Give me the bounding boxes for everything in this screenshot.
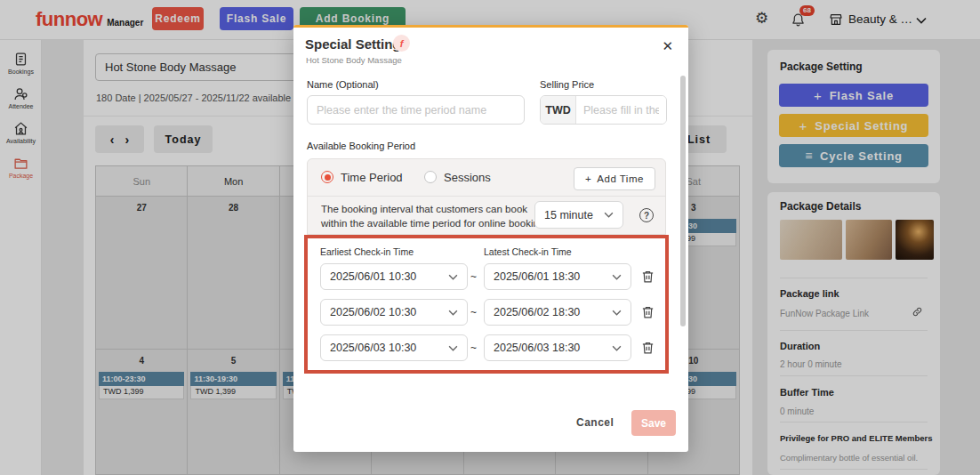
latest-time-dropdown[interactable]: 2025/06/02 18:30 (484, 299, 631, 326)
name-input[interactable] (307, 95, 525, 125)
modal-accent-bar (293, 25, 688, 28)
plus-icon: + (585, 173, 591, 184)
name-label: Name (Optional) (307, 79, 379, 90)
time-period-radio-label[interactable]: Time Period (341, 171, 403, 184)
annotation-highlight-box: Earliest Check-in Time Latest Check-in T… (304, 235, 669, 374)
sessions-radio[interactable] (424, 171, 437, 183)
selling-price-field: TWD (540, 95, 667, 125)
earliest-time-value: 2025/06/03 10:30 (330, 342, 416, 354)
interval-dropdown[interactable]: 15 minute (534, 201, 623, 229)
funnow-badge-icon: f (393, 35, 410, 52)
delete-row-icon[interactable] (640, 340, 655, 355)
checkin-time-row: 2025/06/03 10:30 ~ 2025/06/03 18:30 (320, 334, 665, 361)
currency-prefix: TWD (541, 96, 576, 124)
checkin-time-row: 2025/06/01 10:30 ~ 2025/06/01 18:30 (320, 263, 665, 290)
latest-time-value: 2025/06/02 18:30 (494, 306, 580, 318)
tilde-separator: ~ (470, 270, 477, 283)
earliest-time-dropdown[interactable]: 2025/06/02 10:30 (320, 299, 468, 326)
delete-row-icon[interactable] (640, 269, 655, 284)
chevron-down-icon (448, 274, 458, 280)
divider (308, 196, 665, 197)
latest-time-value: 2025/06/01 18:30 (494, 270, 580, 283)
latest-time-dropdown[interactable]: 2025/06/01 18:30 (484, 263, 631, 290)
close-icon[interactable]: ✕ (662, 38, 673, 54)
chevron-down-icon (448, 345, 458, 351)
help-icon[interactable]: ? (639, 208, 654, 222)
modal-title: Special Setting (305, 36, 401, 52)
special-setting-modal: Special Setting f ✕ Hot Stone Body Massa… (293, 25, 688, 452)
cancel-button[interactable]: Cancel (576, 416, 614, 429)
chevron-down-icon (448, 310, 458, 316)
booking-period-label: Available Booking Period (307, 141, 415, 151)
tilde-separator: ~ (470, 306, 477, 318)
earliest-time-value: 2025/06/01 10:30 (330, 270, 416, 283)
selling-price-label: Selling Price (540, 79, 594, 90)
delete-row-icon[interactable] (640, 304, 655, 319)
latest-checkin-label: Latest Check-in Time (484, 246, 572, 257)
earliest-time-dropdown[interactable]: 2025/06/03 10:30 (320, 334, 468, 361)
save-button[interactable]: Save (631, 410, 676, 436)
chevron-down-icon (604, 212, 614, 218)
price-input[interactable] (576, 96, 666, 124)
chevron-down-icon (612, 274, 622, 280)
sessions-radio-label[interactable]: Sessions (444, 171, 491, 184)
latest-time-dropdown[interactable]: 2025/06/03 18:30 (484, 334, 631, 361)
time-period-radio[interactable] (321, 171, 333, 183)
booking-period-panel: Time Period Sessions + Add Time The book… (307, 158, 666, 235)
earliest-time-dropdown[interactable]: 2025/06/01 10:30 (320, 263, 468, 290)
tilde-separator: ~ (470, 342, 477, 354)
earliest-checkin-label: Earliest Check-in Time (320, 246, 414, 257)
add-time-button[interactable]: + Add Time (574, 167, 655, 190)
interval-value: 15 minute (544, 209, 593, 221)
add-time-label: Add Time (597, 173, 644, 184)
chevron-down-icon (612, 345, 622, 351)
latest-time-value: 2025/06/03 18:30 (494, 342, 580, 354)
checkin-time-row: 2025/06/02 10:30 ~ 2025/06/02 18:30 (320, 299, 665, 326)
chevron-down-icon (612, 310, 622, 316)
interval-description: The booking interval that customers can … (321, 203, 547, 230)
earliest-time-value: 2025/06/02 10:30 (330, 306, 416, 318)
modal-subtitle: Hot Stone Body Massage (306, 55, 402, 65)
modal-scrollbar[interactable] (680, 76, 686, 326)
